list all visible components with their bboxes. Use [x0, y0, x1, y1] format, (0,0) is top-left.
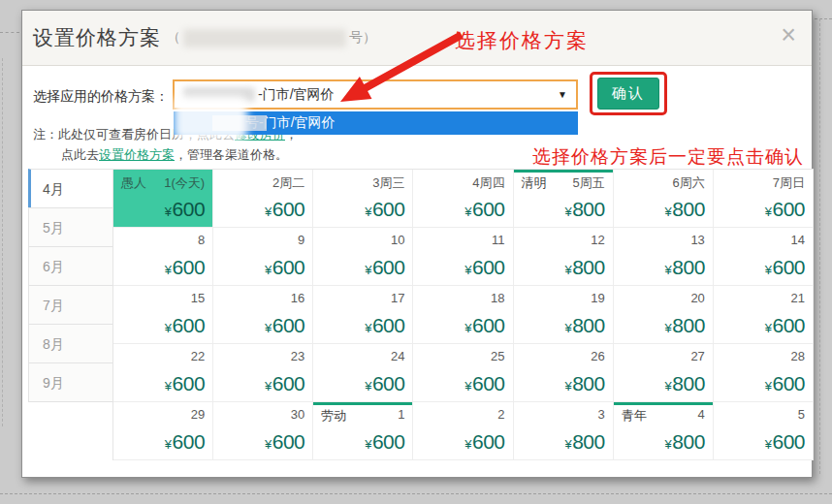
- month-tab-6月[interactable]: 6月: [28, 246, 113, 286]
- calendar-day-cell[interactable]: 2¥600: [413, 402, 513, 460]
- date-label: 8: [198, 233, 205, 247]
- calendar-day-cell[interactable]: 29¥600: [113, 402, 213, 460]
- calendar-day-cell[interactable]: 13¥800: [614, 228, 714, 286]
- price-value: ¥800: [564, 256, 604, 279]
- price-value: ¥600: [765, 198, 805, 221]
- date-label: 15: [191, 291, 205, 305]
- date-label: 29: [191, 407, 205, 422]
- price-value: ¥800: [665, 372, 705, 395]
- calendar-day-cell[interactable]: 12¥800: [514, 228, 614, 286]
- calendar-day-cell[interactable]: 30¥600: [213, 402, 313, 460]
- price-value: ¥600: [765, 430, 805, 454]
- month-tab-9月[interactable]: 9月: [28, 362, 113, 402]
- price-calendar-grid: 愚人1(今天)¥6002周二¥6003周三¥6004周四¥600清明5周五¥80…: [112, 169, 814, 460]
- price-value: ¥600: [365, 256, 404, 279]
- month-tab-7月[interactable]: 7月: [28, 285, 113, 325]
- date-label: 26: [591, 349, 604, 363]
- price-value: ¥800: [564, 372, 604, 395]
- calendar-day-cell[interactable]: 6周六¥800: [614, 170, 714, 228]
- date-label: 4: [698, 407, 705, 425]
- price-value: ¥600: [365, 430, 404, 454]
- date-label: 21: [791, 291, 805, 305]
- date-label: 27: [690, 349, 704, 363]
- confirm-highlight-box: 确认: [590, 72, 667, 115]
- price-value: ¥600: [165, 198, 205, 221]
- price-value: ¥600: [165, 372, 205, 395]
- calendar-day-cell[interactable]: 26¥800: [514, 344, 614, 402]
- festival-label: 青年: [622, 407, 647, 425]
- price-value: ¥600: [265, 198, 304, 221]
- censor-blur-patch: [174, 96, 247, 141]
- calendar-day-cell[interactable]: 5¥600: [714, 402, 814, 460]
- calendar-day-cell[interactable]: 2周二¥600: [213, 170, 313, 228]
- price-value: ¥600: [464, 314, 504, 337]
- calendar-day-cell[interactable]: 清明5周五¥800: [514, 170, 614, 228]
- red-arrow-icon: [331, 30, 466, 117]
- date-label: 19: [591, 291, 604, 305]
- calendar-day-cell[interactable]: 24¥600: [313, 344, 413, 402]
- set-price-plan-link[interactable]: 设置价格方案: [99, 147, 175, 162]
- date-label: 24: [391, 349, 404, 363]
- page-dashed-line: [0, 32, 19, 33]
- calendar-day-cell[interactable]: 15¥600: [113, 286, 213, 344]
- date-label: 6周六: [673, 174, 705, 192]
- page-dashed-line: [819, 18, 820, 474]
- date-label: 11: [492, 233, 505, 247]
- date-label: 2: [497, 407, 504, 422]
- close-icon[interactable]: ×: [781, 22, 796, 48]
- date-label: 18: [491, 291, 504, 305]
- month-tab-8月[interactable]: 8月: [28, 324, 113, 363]
- calendar-day-cell[interactable]: 28¥600: [714, 344, 814, 402]
- calendar-day-cell[interactable]: 16¥600: [213, 286, 313, 344]
- price-value: ¥600: [265, 372, 304, 395]
- page-dashed-line: [2, 58, 3, 426]
- calendar-day-cell[interactable]: 14¥600: [714, 228, 814, 286]
- calendar-day-cell[interactable]: 17¥600: [313, 286, 413, 344]
- date-label: 25: [491, 349, 504, 363]
- redacted-room-name: [183, 29, 346, 47]
- note-line-2: 点此去设置价格方案，管理各渠道价格。: [61, 146, 288, 164]
- month-tab-5月[interactable]: 5月: [28, 207, 113, 247]
- calendar-day-cell[interactable]: 青年4¥800: [614, 402, 714, 460]
- calendar-day-cell[interactable]: 10¥600: [313, 228, 413, 286]
- date-label: 9: [298, 233, 304, 247]
- calendar-day-cell[interactable]: 7周日¥600: [714, 170, 814, 228]
- price-value: ¥600: [464, 198, 504, 221]
- date-label: 22: [191, 349, 205, 363]
- calendar-day-cell[interactable]: 3¥800: [514, 402, 614, 460]
- calendar-day-cell[interactable]: 3周三¥600: [313, 170, 413, 228]
- calendar-day-cell[interactable]: 8¥600: [113, 228, 213, 286]
- date-label: 10: [391, 233, 404, 247]
- price-value: ¥800: [564, 198, 604, 221]
- price-value: ¥600: [165, 430, 205, 454]
- date-label: 23: [291, 349, 304, 363]
- calendar-day-cell[interactable]: 21¥600: [714, 286, 814, 344]
- calendar-day-cell[interactable]: 25¥600: [413, 344, 513, 402]
- calendar-day-cell[interactable]: 4周四¥600: [413, 170, 513, 228]
- set-price-plan-dialog: 设置价格方案 （ 号） × 选择应用的价格方案： -门市/官网价 ▼ 号-门市/…: [21, 10, 813, 478]
- note-text: ，管理各渠道价格。: [175, 147, 288, 162]
- festival-label: 清明: [522, 174, 547, 192]
- confirm-button[interactable]: 确认: [597, 78, 659, 110]
- date-label: 5: [798, 407, 805, 422]
- price-value: ¥800: [665, 256, 705, 279]
- calendar-day-cell[interactable]: 9¥600: [213, 228, 313, 286]
- date-label: 16: [291, 291, 304, 305]
- calendar-day-cell[interactable]: 19¥800: [514, 286, 614, 344]
- calendar-day-cell[interactable]: 愚人1(今天)¥600: [113, 170, 213, 228]
- calendar-day-cell[interactable]: 23¥600: [213, 344, 313, 402]
- date-label: 28: [791, 349, 805, 363]
- date-label: 5周五: [572, 174, 604, 192]
- note-text: 点此去: [61, 147, 99, 162]
- calendar-day-cell[interactable]: 18¥600: [413, 286, 513, 344]
- calendar-day-cell[interactable]: 劳动1¥600: [313, 402, 413, 460]
- selected-plan-value: -门市/官网价: [258, 86, 335, 104]
- calendar-day-cell[interactable]: 11¥600: [413, 228, 513, 286]
- calendar-day-cell[interactable]: 27¥800: [614, 344, 714, 402]
- calendar-day-cell[interactable]: 22¥600: [113, 344, 213, 402]
- price-value: ¥600: [365, 198, 404, 221]
- calendar-day-cell[interactable]: 20¥800: [614, 286, 714, 344]
- month-tab-4月[interactable]: 4月: [28, 169, 113, 208]
- annotation-click-confirm: 选择价格方案后一定要点击确认: [532, 144, 804, 170]
- annotation-select-plan: 选择价格方案: [455, 27, 589, 54]
